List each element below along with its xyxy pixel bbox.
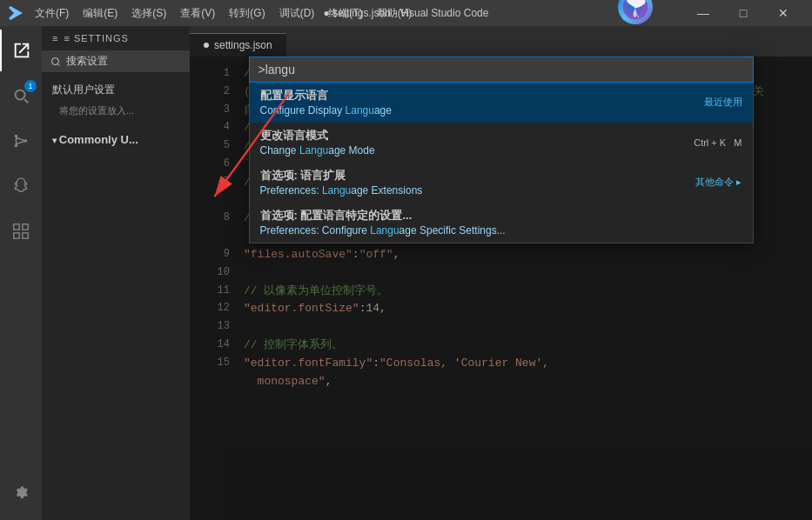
command-input-field[interactable] — [249, 57, 754, 83]
cmd-en-label-2: Change Language Mode — [260, 144, 375, 157]
activity-icon-search[interactable]: 1 — [0, 75, 42, 117]
source-control-icon — [11, 131, 30, 150]
vscode-logo-icon — [9, 6, 23, 20]
editor-tabs: settings.json — [190, 26, 812, 57]
extensions-icon — [11, 222, 30, 241]
editor-area: settings.json 1 // 控制已更新 2 (https://code… — [190, 26, 812, 520]
cmd-badge-3: 其他命令 ▸ — [695, 176, 742, 189]
menu-view[interactable]: 查看(V) — [175, 4, 220, 23]
sidebar-commonly-used[interactable]: Commonly U... — [42, 128, 190, 151]
minimize-button[interactable]: — — [683, 0, 723, 26]
close-button[interactable]: ✕ — [763, 0, 803, 26]
svg-point-2 — [15, 144, 18, 148]
titlebar-controls: — □ ✕ — [683, 0, 803, 26]
cmd-zh-label-2: 更改语言模式 — [260, 128, 375, 143]
titlebar: 文件(F) 编辑(E) 选择(S) 查看(V) 转到(G) 调试(D) 终端(T… — [0, 0, 812, 26]
debug-icon — [11, 177, 30, 196]
search-icon-small — [50, 57, 61, 67]
cmd-zh-label-4: 首选项: 配置语言特定的设置... — [260, 208, 506, 223]
cmd-en-label-3: Preferences: Language Extensions — [260, 184, 423, 197]
cmd-item-lang-extensions[interactable]: 首选项: 语言扩展 Preferences: Language Extensio… — [250, 163, 753, 203]
cmd-badge-1: 最近使用 — [704, 96, 742, 109]
command-dropdown: 配置显示语言 Configure Display Language 最近使用 更… — [249, 83, 754, 243]
activity-icon-scm[interactable] — [0, 120, 42, 162]
avatar[interactable] — [618, 0, 653, 24]
svg-rect-4 — [14, 224, 19, 230]
tab-label: settings.json — [214, 39, 272, 51]
cmd-zh-label-3: 首选项: 语言扩展 — [260, 168, 423, 183]
modified-dot — [204, 43, 209, 48]
activity-icon-settings[interactable] — [0, 471, 42, 513]
svg-point-1 — [15, 135, 18, 138]
menu-select[interactable]: 选择(S) — [126, 4, 171, 23]
explorer-icon — [12, 41, 31, 60]
activity-bar: 1 — [0, 26, 42, 520]
command-palette: 配置显示语言 Configure Display Language 最近使用 更… — [249, 57, 754, 243]
activity-icon-debug[interactable] — [0, 165, 42, 207]
maximize-button[interactable]: □ — [723, 0, 763, 26]
svg-rect-7 — [23, 233, 28, 238]
search-settings-label: 搜索设置 — [66, 54, 108, 69]
menu-file[interactable]: 文件(F) — [30, 4, 74, 23]
notification-badge: 1 — [24, 80, 37, 92]
settings-title: ≡ Settings — [64, 33, 128, 43]
menu-debug[interactable]: 调试(D) — [274, 4, 320, 23]
search-settings-input[interactable]: 搜索设置 — [42, 50, 190, 72]
main-layout: 1 — [0, 26, 812, 520]
settings-menu-icon: ≡ — [52, 33, 58, 43]
editor-tab-settings[interactable]: settings.json — [190, 33, 286, 57]
cmd-item-display-language[interactable]: 配置显示语言 Configure Display Language 最近使用 — [250, 83, 753, 123]
sidebar-default-user-sub: 将您的设置放入... — [42, 101, 190, 121]
cmd-item-lang-specific[interactable]: 首选项: 配置语言特定的设置... Preferences: Configure… — [250, 203, 753, 243]
sidebar-header: ≡ ≡ Settings — [42, 26, 190, 50]
cmd-en-label-4: Preferences: Configure Language Specific… — [260, 224, 506, 237]
menu-edit[interactable]: 编辑(E) — [77, 4, 123, 23]
activity-icon-explorer[interactable] — [0, 30, 42, 71]
cmd-kbd-2: Ctrl + K M — [694, 137, 742, 148]
sidebar-default-user[interactable]: 默认用户设置 — [42, 79, 190, 101]
titlebar-title: ● settings.json - Visual Studio Code — [324, 7, 489, 19]
activity-icon-extensions[interactable] — [0, 210, 42, 252]
svg-point-8 — [52, 57, 59, 64]
svg-rect-6 — [14, 233, 19, 238]
svg-rect-5 — [23, 224, 28, 230]
sidebar: ≡ ≡ Settings 搜索设置 默认用户设置 将您的设置放入... Comm… — [42, 26, 190, 520]
cmd-zh-label-1: 配置显示语言 — [260, 88, 392, 103]
cmd-en-label-1: Configure Display Language — [260, 104, 392, 117]
gear-icon — [11, 483, 30, 502]
cmd-item-change-language[interactable]: 更改语言模式 Change Language Mode Ctrl + K M — [250, 123, 753, 163]
menu-goto[interactable]: 转到(G) — [224, 4, 270, 23]
bird-icon — [621, 0, 649, 21]
